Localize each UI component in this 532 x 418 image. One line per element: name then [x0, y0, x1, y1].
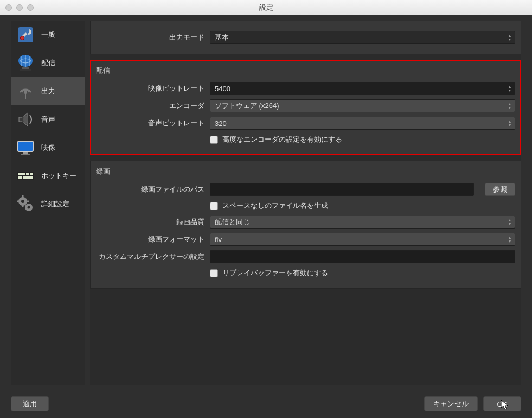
svg-rect-17: [23, 176, 29, 179]
advanced-encoder-checkbox-label: 高度なエンコーダの設定を有効にする: [222, 135, 342, 144]
sidebar-item-video[interactable]: 映像: [11, 134, 85, 162]
keyboard-icon: [14, 164, 37, 187]
svg-point-22: [28, 206, 30, 209]
encoder-value: ソフトウェア (x264): [215, 101, 279, 111]
audio-bitrate-label: 音声ビットレート: [96, 118, 204, 128]
svg-rect-10: [21, 154, 30, 155]
svg-rect-6: [25, 92, 26, 99]
recording-format-label: 録画フォーマット: [96, 235, 204, 244]
globe-icon: [14, 52, 37, 74]
output-mode-value: 基本: [215, 33, 229, 42]
cancel-button-label: キャンセル: [433, 399, 469, 409]
video-bitrate-label: 映像ビットレート: [96, 84, 204, 93]
svg-rect-4: [20, 69, 31, 71]
browse-button[interactable]: 参照: [485, 183, 515, 196]
streaming-title: 配信: [91, 66, 521, 80]
apply-button-label: 適用: [23, 399, 37, 409]
monitor-icon: [14, 136, 37, 159]
muxer-input[interactable]: [210, 250, 515, 263]
output-mode-panel: 出力モード 基本 ▲▼: [90, 21, 521, 54]
output-mode-label: 出力モード: [96, 33, 204, 42]
main-panel: 出力モード 基本 ▲▼ 配信 映像ビットレート 5400: [90, 21, 521, 385]
replay-buffer-label: リプレイバッファーを有効にする: [222, 268, 328, 278]
audio-bitrate-select[interactable]: 320: [210, 117, 515, 130]
window-body: 一般 配信: [0, 15, 532, 418]
wrench-icon: [14, 23, 37, 46]
recording-path-label: 録画ファイルのパス: [96, 185, 204, 194]
svg-point-20: [21, 200, 24, 203]
sidebar-item-label: ホットキー: [41, 171, 76, 181]
window-controls: [5, 4, 34, 11]
svg-rect-15: [30, 173, 33, 175]
sidebar-item-label: 映像: [41, 143, 55, 153]
ok-button-label: OK: [497, 400, 508, 408]
streaming-panel: 配信 映像ビットレート 5400 ▲▼ エンコーダ ソフトウェア (x264): [90, 60, 521, 155]
sidebar-item-hotkeys[interactable]: ホットキー: [11, 162, 85, 190]
ok-button[interactable]: OK: [483, 396, 521, 411]
cancel-button[interactable]: キャンセル: [424, 396, 478, 411]
muxer-label: カスタムマルチプレクサーの設定: [96, 252, 204, 262]
encoder-select[interactable]: ソフトウェア (x264): [210, 99, 515, 112]
sidebar-item-advanced[interactable]: 詳細設定: [11, 190, 85, 218]
svg-point-7: [23, 115, 28, 124]
svg-point-1: [21, 36, 24, 40]
recording-title: 録画: [91, 167, 521, 181]
recording-format-value: flv: [215, 236, 222, 244]
apply-button[interactable]: 適用: [11, 396, 49, 411]
close-window-icon[interactable]: [5, 4, 12, 11]
sidebar-item-audio[interactable]: 音声: [11, 105, 85, 134]
minimize-window-icon[interactable]: [16, 4, 23, 11]
window-title: 設定: [0, 3, 532, 12]
video-bitrate-input[interactable]: 5400: [210, 82, 515, 95]
recording-quality-value: 配信と同じ: [215, 217, 250, 227]
sidebar: 一般 配信: [11, 21, 85, 385]
sidebar-item-output[interactable]: 出力: [11, 77, 85, 105]
encoder-label: エンコーダ: [96, 101, 204, 111]
sidebar-item-label: 一般: [41, 30, 55, 40]
antenna-icon: [14, 80, 37, 103]
no-space-filename-label: スペースなしのファイル名を生成: [222, 201, 328, 211]
sidebar-item-label: 配信: [41, 58, 55, 68]
recording-path-input[interactable]: [210, 183, 474, 196]
svg-rect-18: [29, 176, 33, 179]
no-space-filename-checkbox[interactable]: [210, 202, 218, 210]
sidebar-item-label: 音声: [41, 115, 55, 124]
footer: 適用 キャンセル OK: [11, 396, 521, 411]
svg-rect-3: [22, 67, 29, 69]
svg-rect-13: [22, 173, 25, 175]
output-mode-select[interactable]: 基本: [210, 31, 515, 44]
sidebar-item-label: 出力: [41, 86, 55, 96]
video-bitrate-value: 5400: [215, 85, 230, 93]
advanced-encoder-checkbox[interactable]: [210, 136, 218, 144]
svg-rect-14: [26, 173, 29, 175]
recording-quality-label: 録画品質: [96, 217, 204, 227]
recording-format-select[interactable]: flv: [210, 233, 515, 246]
audio-bitrate-value: 320: [215, 119, 227, 128]
browse-button-label: 参照: [493, 185, 507, 194]
svg-rect-16: [18, 176, 22, 179]
svg-rect-8: [18, 141, 33, 151]
titlebar: 設定: [0, 0, 532, 15]
speaker-icon: [14, 108, 37, 131]
gears-icon: [14, 193, 37, 216]
svg-rect-12: [18, 173, 22, 175]
sidebar-item-stream[interactable]: 配信: [11, 49, 85, 77]
sidebar-item-general[interactable]: 一般: [11, 21, 85, 49]
zoom-window-icon[interactable]: [27, 4, 34, 11]
recording-panel: 録画 録画ファイルのパス 参照 スペースなしのファイル名を生成: [90, 161, 521, 289]
svg-rect-9: [23, 152, 28, 154]
recording-quality-select[interactable]: 配信と同じ: [210, 216, 515, 229]
sidebar-item-label: 詳細設定: [41, 199, 69, 209]
replay-buffer-checkbox[interactable]: [210, 269, 218, 277]
